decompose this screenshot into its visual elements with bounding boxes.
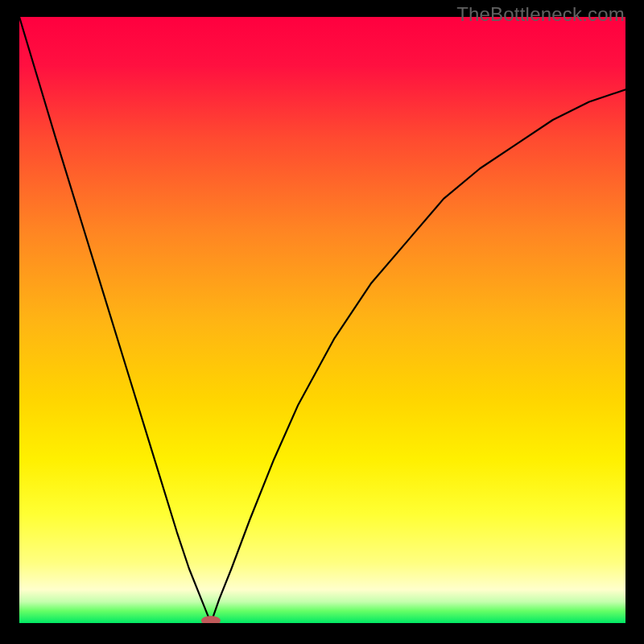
watermark-text: TheBottleneck.com [456,3,625,26]
gradient-background [19,17,625,623]
chart-frame: TheBottleneck.com [0,0,644,644]
chart-plot [19,17,625,623]
